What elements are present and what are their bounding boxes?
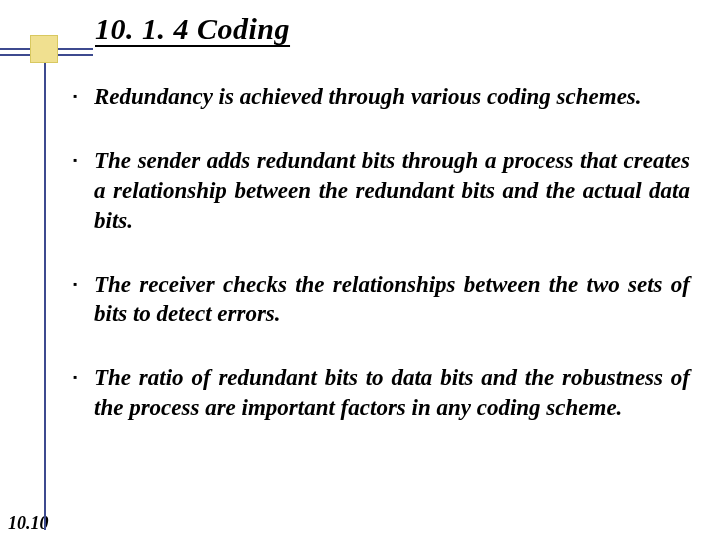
bullet-glyph: ▪	[70, 82, 80, 110]
bullet-text: The sender adds redundant bits through a…	[94, 146, 690, 236]
bullet-item: ▪ The ratio of redundant bits to data bi…	[70, 363, 690, 423]
title-area: 10. 1. 4 Coding	[95, 12, 700, 46]
page-number: 10.10	[8, 513, 49, 534]
bullet-glyph: ▪	[70, 270, 80, 298]
bullet-text: The receiver checks the relationships be…	[94, 270, 690, 330]
bullet-text: Redundancy is achieved through various c…	[94, 82, 690, 112]
slide-title: 10. 1. 4 Coding	[95, 12, 700, 46]
bullet-item: ▪ Redundancy is achieved through various…	[70, 82, 690, 112]
bullet-item: ▪ The sender adds redundant bits through…	[70, 146, 690, 236]
bullet-item: ▪ The receiver checks the relationships …	[70, 270, 690, 330]
bullet-text: The ratio of redundant bits to data bits…	[94, 363, 690, 423]
content-area: ▪ Redundancy is achieved through various…	[70, 82, 690, 457]
decorative-square	[30, 35, 58, 63]
bullet-glyph: ▪	[70, 363, 80, 391]
bullet-glyph: ▪	[70, 146, 80, 174]
decorative-vertical-line	[44, 40, 46, 530]
